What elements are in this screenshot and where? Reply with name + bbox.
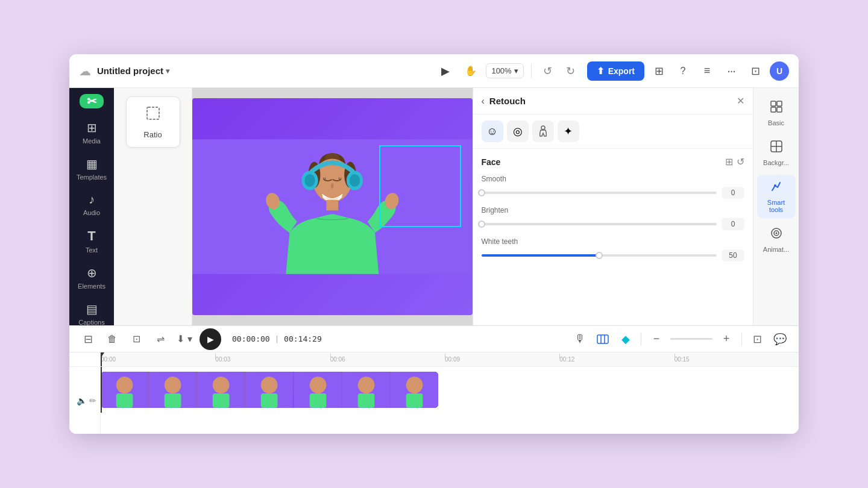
keyframe-button[interactable]: ◆ [617,330,635,348]
brighten-slider-track[interactable] [482,223,717,225]
timeline-delete-button[interactable]: 🗑 [103,330,121,348]
help-button[interactable]: ? [673,61,693,81]
text-icon: T [87,228,95,244]
avatar[interactable]: U [770,61,789,81]
volume-icon[interactable]: 🔈 [77,396,87,405]
section-header: Face ⊞ ↺ [482,156,745,167]
background-label: Backgr... [763,159,789,166]
rail-item-smart-tools[interactable]: Smart tools [757,175,796,218]
compare-icon[interactable]: ⊞ [725,156,733,167]
reset-icon[interactable]: ↺ [737,156,744,167]
tab-body[interactable] [532,120,554,142]
more-button[interactable]: ··· [722,61,741,81]
redo-button[interactable]: ↻ [562,62,580,80]
video-track [101,367,799,413]
strip-thumb-5 [294,372,342,408]
face-detection-box [379,145,461,227]
track-controls: 🔈 ✏ [69,367,100,434]
fit-timeline-button[interactable]: ⊡ [748,330,766,348]
undo-button[interactable]: ↺ [539,62,557,80]
playhead-line [101,367,102,413]
smooth-thumb[interactable] [478,189,485,196]
topbar: ☁ Untitled project ▾ ▶ ✋ 100% ▾ ↺ ↻ ⬆ Ex… [69,54,799,88]
edit-track-icon[interactable]: ✏ [89,396,96,405]
smooth-slider-track[interactable] [482,192,717,194]
zoom-slider[interactable] [670,338,712,340]
menu-button[interactable]: ≡ [697,61,717,81]
svg-point-10 [350,174,360,187]
sidebar-item-label: Media [83,137,101,145]
app-logo: ✂ [80,94,104,108]
total-time: 00:14:29 [284,334,322,343]
current-time: 00:00:00 [232,334,270,343]
retouch-section-face: Face ⊞ ↺ Smooth 0 [473,149,753,276]
sidebar-item-templates[interactable]: ▦ Templates [74,152,110,186]
back-arrow-icon[interactable]: ‹ [482,96,485,107]
timeline-ruler: 00:00 00:03 00:06 00:09 00:12 00:15 [101,352,799,367]
elements-icon: ⊕ [87,266,97,280]
split-view-button[interactable]: ⊡ [746,61,765,81]
sidebar-item-captions[interactable]: ▤ Captions [74,297,110,325]
timeline-download-button[interactable]: ⬇ ▾ [175,330,193,348]
timeline-body: 🔈 ✏ 00:00 00:03 00:06 00:09 00:12 00:15 [69,352,799,434]
strip-thumb-3 [197,372,245,408]
zoom-in-button[interactable]: + [717,330,735,348]
ruler-mark-2: 00:06 [330,356,445,363]
svg-rect-40 [261,393,278,408]
comment-button[interactable]: 💬 [771,330,789,348]
play-button[interactable]: ▶ [200,328,221,350]
timeline-split-button[interactable]: ⊟ [79,330,97,348]
close-icon[interactable]: ✕ [737,95,744,107]
export-icon: ⬆ [597,66,605,77]
zoom-control[interactable]: 100% ▾ [486,63,523,78]
rail-item-background[interactable]: Backgr... [757,135,796,171]
sidebar-item-label: Elements [78,283,105,290]
tab-face[interactable]: ☺ [482,120,503,142]
rail-item-basic[interactable]: Basic [757,95,796,131]
svg-point-42 [309,377,326,393]
timeline-crop-button[interactable]: ⊡ [127,330,145,348]
playhead-indicator [101,352,102,366]
chevron-down-icon: ▾ [166,67,169,75]
tool-panel: Ratio [114,88,192,325]
retouch-title-row: ‹ Retouch [482,96,526,107]
ruler-mark-3: 00:09 [445,356,559,363]
basic-label: Basic [768,119,784,127]
sidebar-item-media[interactable]: ⊞ Media [74,116,110,149]
frames-button[interactable]: ⊞ [649,61,668,81]
rail-item-animation[interactable]: Animat... [757,222,796,258]
split-line [641,333,641,346]
tab-style[interactable]: ✦ [558,120,579,142]
track-labels: 🔈 ✏ [69,352,101,434]
strip-thumb-2 [149,372,197,408]
export-button[interactable]: ⬆ Export [587,61,644,81]
svg-point-22 [774,184,776,187]
project-title-text: Untitled project [97,66,163,76]
svg-rect-26 [597,335,608,343]
split-view-timeline-button[interactable] [594,330,612,348]
white-teeth-fill [482,254,599,257]
white-teeth-slider-track[interactable] [482,254,717,257]
ratio-card[interactable]: Ratio [126,96,180,148]
mic-button[interactable]: 🎙 [571,330,589,348]
hand-tool-button[interactable]: ✋ [461,61,481,81]
smooth-value: 0 [722,187,744,199]
video-strip[interactable] [101,372,438,408]
white-teeth-thumb[interactable] [596,252,603,259]
sidebar-item-elements[interactable]: ⊕ Elements [74,261,110,295]
timeline-mirror-button[interactable]: ⇌ [151,330,169,348]
retouch-header: ‹ Retouch ✕ [473,88,753,114]
play-tool-button[interactable]: ▶ [435,61,456,81]
ruler-mark-0: 00:00 [101,356,215,363]
timeline-toolbar: ⊟ 🗑 ⊡ ⇌ ⬇ ▾ ▶ 00:00:00 | 00:14:29 🎙 [69,326,799,352]
svg-point-8 [304,174,315,187]
retouch-tabs: ☺ ◎ ✦ [473,114,753,149]
project-title-row[interactable]: Untitled project ▾ [97,66,169,76]
time-display: 00:00:00 | 00:14:29 [232,334,322,343]
zoom-out-button[interactable]: − [647,330,665,348]
svg-point-33 [165,377,181,393]
sidebar-item-text[interactable]: T Text [74,224,110,258]
sidebar-item-audio[interactable]: ♪ Audio [74,188,110,221]
brighten-thumb[interactable] [478,221,485,228]
tab-beauty[interactable]: ◎ [507,120,529,142]
